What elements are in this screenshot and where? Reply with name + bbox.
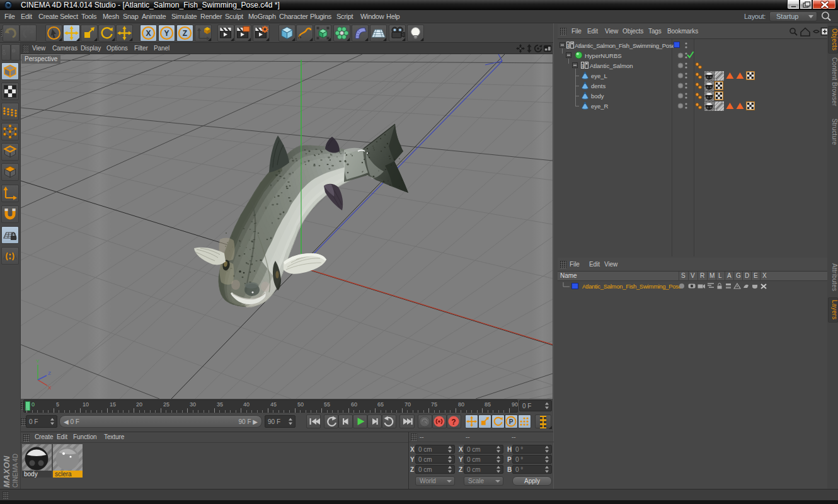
svg-text:Z: Z xyxy=(183,29,187,38)
svg-text:Y: Y xyxy=(36,358,40,364)
svg-text:?: ? xyxy=(451,418,456,427)
svg-text:sclera: sclera xyxy=(55,471,72,478)
svg-text:X: X xyxy=(48,385,52,391)
svg-text:X: X xyxy=(146,29,151,38)
svg-text:P: P xyxy=(509,418,514,425)
svg-text:1: 1 xyxy=(567,43,570,49)
svg-text:body: body xyxy=(24,471,38,478)
svg-text:Y: Y xyxy=(164,29,169,38)
svg-text:MAXON: MAXON xyxy=(2,455,11,488)
svg-text:CINEMA 4D: CINEMA 4D xyxy=(12,454,19,488)
svg-text:Z: Z xyxy=(48,370,51,376)
svg-text:1: 1 xyxy=(582,63,585,69)
